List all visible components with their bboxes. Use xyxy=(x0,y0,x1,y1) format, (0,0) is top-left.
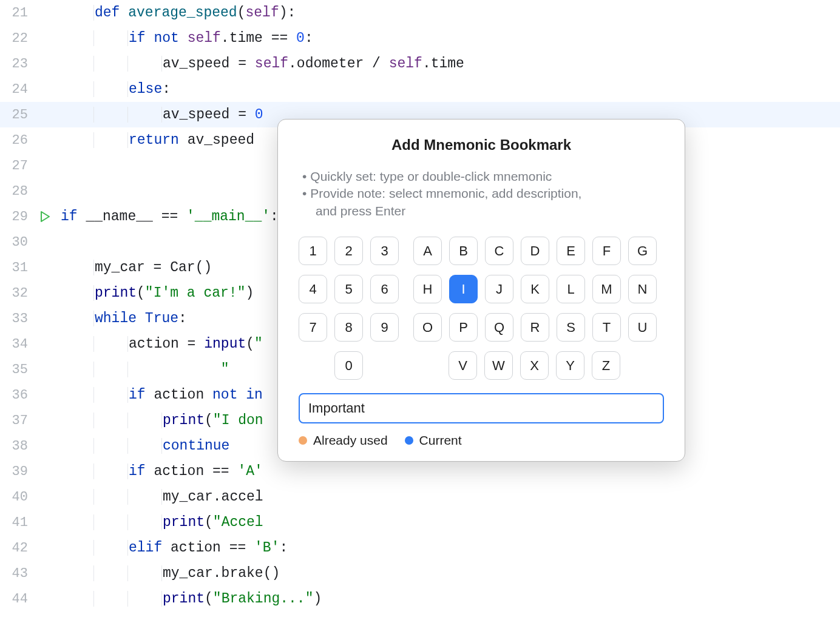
mnemonic-key-Y[interactable]: Y xyxy=(556,351,584,380)
code-text[interactable]: my_car.brake() xyxy=(56,565,280,581)
key-row: HIJKLMN xyxy=(413,275,657,303)
mnemonic-key-O[interactable]: O xyxy=(413,313,442,342)
code-line[interactable]: 40my_car.accel xyxy=(0,484,840,510)
mnemonic-key-H[interactable]: H xyxy=(413,275,442,303)
mnemonic-key-B[interactable]: B xyxy=(449,237,478,265)
code-line[interactable]: 39if action == 'A' xyxy=(0,459,840,484)
legend-current-label: Current xyxy=(419,433,462,448)
mnemonic-key-Z[interactable]: Z xyxy=(592,351,620,380)
code-text[interactable]: print("Accel xyxy=(56,514,263,530)
numeric-keys: 1234567890 xyxy=(299,237,399,380)
code-text[interactable]: print("I don xyxy=(56,413,263,428)
mnemonic-key-J[interactable]: J xyxy=(485,275,513,303)
code-text[interactable]: while True: xyxy=(56,311,187,326)
code-text[interactable]: if __name__ == '__main__': xyxy=(56,209,279,224)
mnemonic-key-2[interactable]: 2 xyxy=(334,237,363,265)
line-number: 21 xyxy=(0,5,34,21)
mnemonic-key-P[interactable]: P xyxy=(449,313,478,342)
code-line[interactable]: 23av_speed = self.odometer / self.time xyxy=(0,51,840,76)
line-number: 44 xyxy=(0,592,34,607)
code-text[interactable]: print("I'm a car!") xyxy=(56,285,254,301)
code-text[interactable]: continue xyxy=(56,438,229,454)
line-number: 35 xyxy=(0,362,34,377)
key-row: 456 xyxy=(299,275,399,303)
code-text[interactable]: print("Braking...") xyxy=(56,591,322,607)
mnemonic-key-N[interactable]: N xyxy=(628,275,657,303)
mnemonic-key-0[interactable]: 0 xyxy=(334,351,363,380)
line-number: 37 xyxy=(0,413,34,428)
key-row: 0 xyxy=(299,351,399,380)
line-number: 28 xyxy=(0,184,34,199)
mnemonic-key-D[interactable]: D xyxy=(521,237,549,265)
mnemonic-key-W[interactable]: W xyxy=(484,351,513,380)
code-line[interactable]: 24else: xyxy=(0,76,840,102)
code-text[interactable]: def average_speed(self): xyxy=(56,5,296,21)
mnemonic-key-S[interactable]: S xyxy=(557,313,585,342)
mnemonic-key-X[interactable]: X xyxy=(520,351,549,380)
mnemonic-key-R[interactable]: R xyxy=(521,313,549,342)
mnemonic-key-F[interactable]: F xyxy=(592,237,621,265)
mnemonic-key-Q[interactable]: Q xyxy=(485,313,513,342)
key-row: 123 xyxy=(299,237,399,265)
mnemonic-key-7[interactable]: 7 xyxy=(299,313,327,342)
code-line[interactable]: 44print("Braking...") xyxy=(0,586,840,612)
code-text[interactable]: my_car.accel xyxy=(56,489,263,505)
line-number: 22 xyxy=(0,31,34,46)
code-text[interactable]: if not self.time == 0: xyxy=(56,30,313,46)
description-input[interactable] xyxy=(299,393,664,423)
mnemonic-key-4[interactable]: 4 xyxy=(299,275,327,303)
code-line[interactable]: 22if not self.time == 0: xyxy=(0,25,840,51)
code-line[interactable]: 42elif action == 'B': xyxy=(0,535,840,561)
hint-2: Provide note: select mnemonic, add descr… xyxy=(310,186,581,200)
line-number: 25 xyxy=(0,107,34,123)
code-text[interactable]: my_car = Car() xyxy=(56,260,212,275)
mnemonic-key-3[interactable]: 3 xyxy=(370,237,399,265)
line-number: 27 xyxy=(0,158,34,174)
line-number: 39 xyxy=(0,464,34,479)
line-number: 43 xyxy=(0,566,34,581)
popup-title: Add Mnemonic Bookmark xyxy=(299,136,664,153)
mnemonic-key-E[interactable]: E xyxy=(557,237,585,265)
hint-2-cont: and press Enter xyxy=(302,203,664,220)
popup-hints: •Quickly set: type or double-click mnemo… xyxy=(299,168,664,220)
code-line[interactable]: 43my_car.brake() xyxy=(0,561,840,586)
svg-marker-0 xyxy=(41,212,49,221)
mnemonic-key-5[interactable]: 5 xyxy=(334,275,363,303)
mnemonic-key-A[interactable]: A xyxy=(413,237,442,265)
mnemonic-key-9[interactable]: 9 xyxy=(370,313,399,342)
line-number: 36 xyxy=(0,388,34,403)
mnemonic-key-6[interactable]: 6 xyxy=(370,275,399,303)
key-row: ABCDEFG xyxy=(413,237,657,265)
mnemonic-key-T[interactable]: T xyxy=(592,313,621,342)
code-text[interactable]: if action not in xyxy=(56,387,263,403)
code-text[interactable]: else: xyxy=(56,81,171,97)
code-line[interactable]: 21def average_speed(self): xyxy=(0,0,840,25)
mnemonic-key-C[interactable]: C xyxy=(485,237,513,265)
mnemonic-key-U[interactable]: U xyxy=(628,313,657,342)
mnemonic-key-I[interactable]: I xyxy=(449,275,478,303)
mnemonic-key-1[interactable]: 1 xyxy=(299,237,327,265)
run-icon[interactable] xyxy=(39,211,51,223)
code-text[interactable]: elif action == 'B': xyxy=(56,540,288,556)
legend-current: Current xyxy=(405,433,462,448)
gutter-icon-slot xyxy=(34,211,56,223)
mnemonic-key-V[interactable]: V xyxy=(449,351,477,380)
code-text[interactable]: action = input(" xyxy=(56,336,263,352)
code-text[interactable]: return av_speed xyxy=(56,132,254,148)
code-text[interactable]: av_speed = 0 xyxy=(56,107,263,123)
dot-current-icon xyxy=(405,436,413,445)
line-number: 24 xyxy=(0,82,34,97)
mnemonic-key-L[interactable]: L xyxy=(557,275,585,303)
code-line[interactable]: 41print("Accel xyxy=(0,510,840,535)
code-text[interactable]: av_speed = self.odometer / self.time xyxy=(56,56,464,72)
code-text[interactable]: if action == 'A' xyxy=(56,463,263,479)
key-row: VWXYZ xyxy=(413,351,657,380)
dot-used-icon xyxy=(299,436,307,445)
mnemonic-key-8[interactable]: 8 xyxy=(334,313,363,342)
line-number: 32 xyxy=(0,286,34,301)
line-number: 40 xyxy=(0,490,34,505)
line-number: 41 xyxy=(0,515,34,530)
mnemonic-key-K[interactable]: K xyxy=(521,275,549,303)
mnemonic-key-G[interactable]: G xyxy=(628,237,657,265)
mnemonic-key-M[interactable]: M xyxy=(592,275,621,303)
